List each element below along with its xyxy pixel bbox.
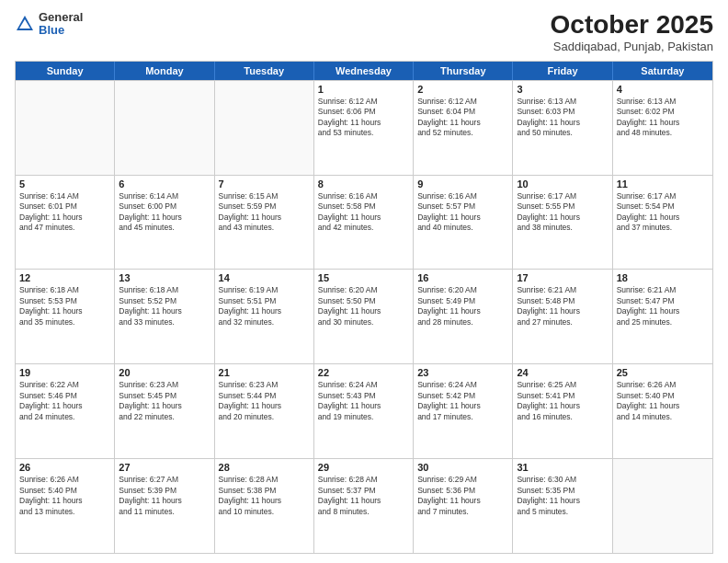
cell-info-line: Daylight: 11 hours — [219, 496, 310, 506]
cell-info-line: Sunrise: 6:16 AM — [318, 191, 409, 201]
cell-info-line: Daylight: 11 hours — [119, 401, 210, 411]
cell-info-line: Sunset: 5:52 PM — [119, 296, 210, 306]
cell-info-line: and 47 minutes. — [19, 223, 110, 233]
calendar-cell: 16Sunrise: 6:20 AMSunset: 5:49 PMDayligh… — [414, 270, 513, 363]
cell-info-line: Sunset: 5:44 PM — [219, 391, 310, 401]
cell-info-line: Sunrise: 6:24 AM — [318, 380, 409, 390]
cell-info-line: Sunrise: 6:14 AM — [19, 191, 110, 201]
day-number: 21 — [219, 367, 310, 378]
weekday-header-thursday: Thursday — [414, 62, 513, 80]
cell-info-line: and 14 minutes. — [617, 412, 709, 422]
cell-info-line: Sunrise: 6:30 AM — [517, 475, 608, 485]
cell-info-line: Sunset: 5:41 PM — [517, 391, 608, 401]
cell-info-line: and 28 minutes. — [417, 317, 508, 327]
cell-info-line: and 24 minutes. — [19, 412, 110, 422]
calendar-cell: 13Sunrise: 6:18 AMSunset: 5:52 PMDayligh… — [115, 270, 214, 363]
calendar-header: SundayMondayTuesdayWednesdayThursdayFrid… — [16, 62, 712, 80]
cell-info-line: Sunrise: 6:19 AM — [219, 285, 310, 295]
day-number: 17 — [517, 272, 608, 283]
day-number: 4 — [617, 84, 709, 95]
day-number: 28 — [219, 462, 310, 473]
cell-info-line: and 50 minutes. — [517, 128, 608, 138]
cell-info-line: Sunrise: 6:18 AM — [119, 285, 210, 295]
cell-info-line: and 25 minutes. — [617, 317, 709, 327]
weekday-header-monday: Monday — [115, 62, 214, 80]
calendar: SundayMondayTuesdayWednesdayThursdayFrid… — [15, 61, 713, 554]
cell-info-line: Sunset: 5:40 PM — [617, 391, 709, 401]
cell-info-line: Daylight: 11 hours — [219, 401, 310, 411]
day-number: 12 — [19, 272, 110, 283]
cell-info-line: Sunset: 5:47 PM — [617, 296, 709, 306]
cell-info-line: and 8 minutes. — [318, 507, 409, 517]
calendar-cell: 21Sunrise: 6:23 AMSunset: 5:44 PMDayligh… — [215, 364, 314, 458]
cell-info-line: Sunset: 5:49 PM — [417, 296, 508, 306]
day-number: 20 — [119, 367, 210, 378]
cell-info-line: Sunset: 6:06 PM — [318, 107, 409, 117]
cell-info-line: Sunrise: 6:12 AM — [318, 97, 409, 107]
cell-info-line: Sunset: 6:03 PM — [517, 107, 608, 117]
logo-blue-text: Blue — [39, 24, 83, 37]
calendar-cell: 24Sunrise: 6:25 AMSunset: 5:41 PMDayligh… — [513, 364, 612, 458]
calendar-cell — [16, 81, 115, 175]
cell-info-line: and 19 minutes. — [318, 412, 409, 422]
cell-info-line: Sunset: 6:02 PM — [617, 107, 709, 117]
day-number: 24 — [517, 367, 608, 378]
cell-info-line: Sunrise: 6:23 AM — [119, 380, 210, 390]
cell-info-line: Sunrise: 6:14 AM — [119, 191, 210, 201]
calendar-body: 1Sunrise: 6:12 AMSunset: 6:06 PMDaylight… — [16, 80, 712, 553]
cell-info-line: Daylight: 11 hours — [219, 306, 310, 316]
cell-info-line: Sunset: 5:40 PM — [19, 486, 110, 496]
title-block: October 2025 Saddiqabad, Punjab, Pakista… — [551, 11, 713, 53]
cell-info-line: Sunset: 5:42 PM — [417, 391, 508, 401]
cell-info-line: Daylight: 11 hours — [417, 496, 508, 506]
cell-info-line: Sunset: 5:43 PM — [318, 391, 409, 401]
day-number: 5 — [19, 178, 110, 190]
cell-info-line: and 16 minutes. — [517, 412, 608, 422]
calendar-cell: 2Sunrise: 6:12 AMSunset: 6:04 PMDaylight… — [414, 81, 513, 175]
cell-info-line: Daylight: 11 hours — [617, 306, 709, 316]
cell-info-line: Sunset: 5:45 PM — [119, 391, 210, 401]
cell-info-line: Daylight: 11 hours — [517, 401, 608, 411]
calendar-cell: 29Sunrise: 6:28 AMSunset: 5:37 PMDayligh… — [314, 459, 414, 553]
calendar-cell: 14Sunrise: 6:19 AMSunset: 5:51 PMDayligh… — [215, 270, 314, 363]
cell-info-line: and 17 minutes. — [417, 412, 508, 422]
day-number: 6 — [119, 178, 210, 190]
cell-info-line: and 5 minutes. — [517, 507, 608, 517]
cell-info-line: Daylight: 11 hours — [517, 213, 608, 223]
cell-info-line: and 27 minutes. — [517, 317, 608, 327]
cell-info-line: Sunrise: 6:26 AM — [19, 475, 110, 485]
cell-info-line: and 30 minutes. — [318, 317, 409, 327]
cell-info-line: and 52 minutes. — [417, 128, 508, 138]
cell-info-line: Sunset: 5:36 PM — [417, 486, 508, 496]
cell-info-line: Daylight: 11 hours — [19, 306, 110, 316]
cell-info-line: Sunrise: 6:25 AM — [517, 380, 608, 390]
cell-info-line: and 38 minutes. — [517, 223, 608, 233]
cell-info-line: Sunset: 5:51 PM — [219, 296, 310, 306]
day-number: 14 — [219, 272, 310, 283]
calendar-cell — [115, 81, 214, 175]
weekday-header-saturday: Saturday — [613, 62, 712, 80]
weekday-header-tuesday: Tuesday — [215, 62, 314, 80]
day-number: 30 — [417, 462, 508, 473]
calendar-cell: 9Sunrise: 6:16 AMSunset: 5:57 PMDaylight… — [414, 176, 513, 270]
cell-info-line: Sunset: 5:38 PM — [219, 486, 310, 496]
cell-info-line: and 22 minutes. — [119, 412, 210, 422]
page-container: General Blue October 2025 Saddiqabad, Pu… — [0, 0, 728, 563]
calendar-cell — [215, 81, 314, 175]
cell-info-line: Daylight: 11 hours — [318, 118, 409, 128]
calendar-cell: 15Sunrise: 6:20 AMSunset: 5:50 PMDayligh… — [314, 270, 414, 363]
calendar-row-4: 19Sunrise: 6:22 AMSunset: 5:46 PMDayligh… — [16, 363, 712, 458]
cell-info-line: Daylight: 11 hours — [617, 118, 709, 128]
day-number: 11 — [617, 178, 709, 190]
cell-info-line: Sunrise: 6:12 AM — [417, 97, 508, 107]
cell-info-line: and 45 minutes. — [119, 223, 210, 233]
calendar-cell: 1Sunrise: 6:12 AMSunset: 6:06 PMDaylight… — [314, 81, 414, 175]
cell-info-line: Daylight: 11 hours — [417, 118, 508, 128]
calendar-cell: 26Sunrise: 6:26 AMSunset: 5:40 PMDayligh… — [16, 459, 115, 553]
header: General Blue October 2025 Saddiqabad, Pu… — [15, 11, 713, 53]
calendar-cell: 22Sunrise: 6:24 AMSunset: 5:43 PMDayligh… — [314, 364, 414, 458]
calendar-cell: 20Sunrise: 6:23 AMSunset: 5:45 PMDayligh… — [115, 364, 214, 458]
cell-info-line: Sunrise: 6:28 AM — [219, 475, 310, 485]
calendar-row-1: 1Sunrise: 6:12 AMSunset: 6:06 PMDaylight… — [16, 80, 712, 175]
calendar-cell: 5Sunrise: 6:14 AMSunset: 6:01 PMDaylight… — [16, 176, 115, 270]
